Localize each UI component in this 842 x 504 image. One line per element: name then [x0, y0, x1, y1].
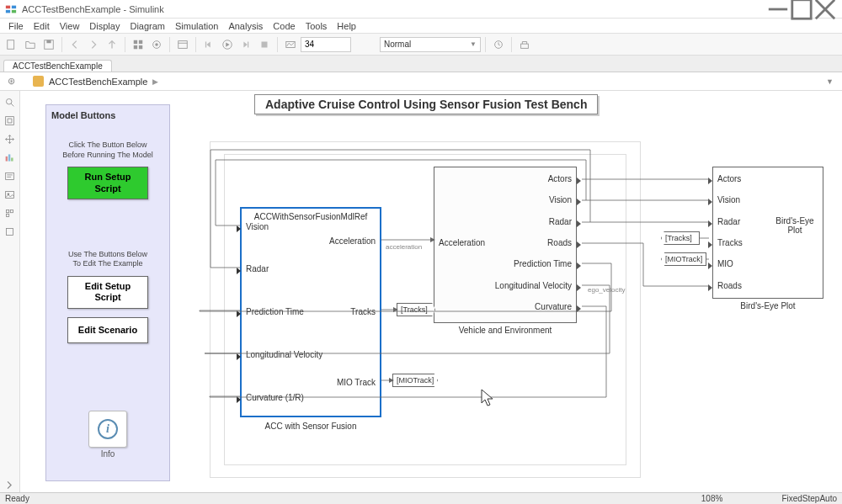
simulink-icon: [5, 3, 17, 15]
stop-icon[interactable]: [256, 36, 273, 53]
svg-point-26: [6, 98, 12, 104]
sig-egovel: ego_velocity: [588, 286, 625, 294]
svg-rect-10: [46, 40, 51, 43]
acc-caption: ACC with Sensor Fusion: [240, 422, 381, 431]
from-miotrack[interactable]: [MIOTrack]: [661, 252, 706, 266]
model-buttons-panel: Model Buttons Click The Button Below Bef…: [45, 104, 170, 481]
svg-rect-40: [6, 228, 13, 235]
info-button[interactable]: i: [88, 411, 127, 448]
edit-setup-button[interactable]: Edit Setup Script: [67, 276, 148, 308]
goto-tracks[interactable]: [Tracks]: [397, 303, 435, 316]
beb-in-roads: Roads: [717, 281, 742, 290]
menu-view[interactable]: View: [55, 21, 85, 31]
simulation-mode-select[interactable]: Normal▼: [380, 37, 481, 52]
acc-block[interactable]: ACCWithSensorFusionMdlRef Vision Radar P…: [240, 207, 381, 417]
hide-browser-icon[interactable]: ⊛: [5, 76, 18, 87]
beb-center: Bird's-Eye Plot: [774, 216, 816, 235]
acc-in-longvel: Longitudinal Velocity: [246, 350, 322, 359]
area-icon[interactable]: [3, 224, 18, 239]
build-icon[interactable]: [516, 36, 533, 53]
step-back-icon[interactable]: [200, 36, 217, 53]
acc-ref-label: ACCWithSensorFusionMdlRef: [242, 212, 380, 221]
maximize-button[interactable]: [790, 2, 813, 17]
acc-in-radar: Radar: [246, 264, 269, 273]
status-bar: Ready 108% FixedStepAuto: [0, 492, 842, 504]
acc-in-curv: Curvature (1/R): [246, 393, 304, 402]
svg-rect-38: [10, 210, 13, 212]
hint-run: Click The Button Below Before Running Th…: [51, 141, 164, 160]
menu-file[interactable]: File: [3, 21, 29, 31]
breadcrumb-dropdown[interactable]: ▼: [823, 77, 837, 86]
annotation-icon[interactable]: [3, 168, 18, 183]
menu-code[interactable]: Code: [268, 21, 300, 31]
beb-in-radar: Radar: [717, 217, 740, 226]
fit-view-icon[interactable]: [3, 113, 18, 128]
goto-miotrack[interactable]: [MIOTrack]: [392, 374, 438, 387]
menu-simulation[interactable]: Simulation: [170, 21, 223, 31]
new-model-icon[interactable]: [3, 36, 20, 53]
menu-help[interactable]: Help: [332, 21, 361, 31]
forward-icon[interactable]: [85, 36, 102, 53]
image-icon[interactable]: [3, 187, 18, 202]
model-config-icon[interactable]: [148, 36, 165, 53]
beb-in-actors: Actors: [717, 174, 741, 183]
explorer-icon[interactable]: [174, 36, 191, 53]
canvas[interactable]: Adaptive Cruise Control Using Sensor Fus…: [20, 91, 842, 492]
sig-accel: acceleration: [386, 243, 422, 251]
back-icon[interactable]: [67, 36, 83, 53]
tab-model[interactable]: ACCTestBenchExample: [3, 60, 112, 72]
svg-rect-11: [134, 40, 137, 43]
stop-time-input[interactable]: [301, 37, 351, 52]
open-icon[interactable]: [22, 36, 39, 53]
ve-out-vision: Vision: [549, 195, 572, 204]
beb-in-tracks: Tracks: [717, 238, 743, 247]
svg-rect-29: [6, 156, 8, 161]
edit-scenario-button[interactable]: Edit Scenario: [67, 317, 148, 343]
breadcrumb-root[interactable]: ACCTestBenchExample: [49, 77, 147, 87]
svg-rect-31: [11, 157, 13, 161]
viewmarks-icon[interactable]: [3, 205, 18, 220]
svg-rect-25: [521, 44, 529, 48]
svg-rect-32: [6, 172, 14, 179]
svg-rect-12: [139, 40, 142, 43]
info-icon: i: [98, 419, 118, 439]
beb-block[interactable]: Bird's-Eye Plot Actors Vision Radar Trac…: [712, 167, 823, 299]
ve-out-radar: Radar: [549, 217, 572, 226]
library-browser-icon[interactable]: [130, 36, 147, 53]
close-button[interactable]: [813, 2, 837, 17]
svg-rect-8: [8, 40, 14, 49]
chevron-right-icon: ▶: [152, 77, 158, 86]
svg-point-16: [155, 43, 158, 46]
fast-restart-icon[interactable]: [490, 36, 507, 53]
run-setup-button[interactable]: Run Setup Script: [67, 167, 148, 199]
svg-rect-22: [262, 41, 268, 47]
window-title: ACCTestBenchExample - Simulink: [22, 4, 766, 14]
from-tracks[interactable]: [Tracks]: [661, 231, 700, 245]
beb-caption: Bird's-Eye Plot: [712, 301, 823, 310]
save-icon[interactable]: [40, 36, 57, 53]
menu-analysis[interactable]: Analysis: [223, 21, 268, 31]
svg-rect-17: [179, 40, 188, 48]
ve-out-roads: Roads: [547, 238, 572, 247]
sample-time-icon[interactable]: [3, 150, 18, 165]
expand-icon[interactable]: [3, 477, 18, 492]
status-zoom: 108%: [701, 494, 723, 503]
up-icon[interactable]: [104, 36, 120, 53]
status-left: Ready: [5, 494, 29, 503]
menu-diagram[interactable]: Diagram: [125, 21, 170, 31]
minimize-button[interactable]: [766, 2, 790, 17]
svg-rect-28: [6, 116, 14, 125]
step-forward-icon[interactable]: [237, 36, 254, 53]
ve-caption: Vehicle and Environment: [434, 326, 577, 335]
menu-tools[interactable]: Tools: [301, 21, 333, 31]
menu-edit[interactable]: Edit: [29, 21, 55, 31]
menu-display[interactable]: Display: [84, 21, 125, 31]
zoom-in-icon[interactable]: [3, 94, 18, 109]
ve-block[interactable]: Acceleration Actors Vision Radar Roads P…: [434, 167, 577, 323]
status-solver: FixedStepAuto: [781, 494, 837, 503]
run-icon[interactable]: [219, 36, 236, 53]
info-label: Info: [51, 449, 164, 459]
diagram-title: Adaptive Cruise Control Using Sensor Fus…: [254, 94, 598, 114]
pan-icon[interactable]: [3, 131, 18, 146]
record-icon[interactable]: [282, 36, 299, 53]
